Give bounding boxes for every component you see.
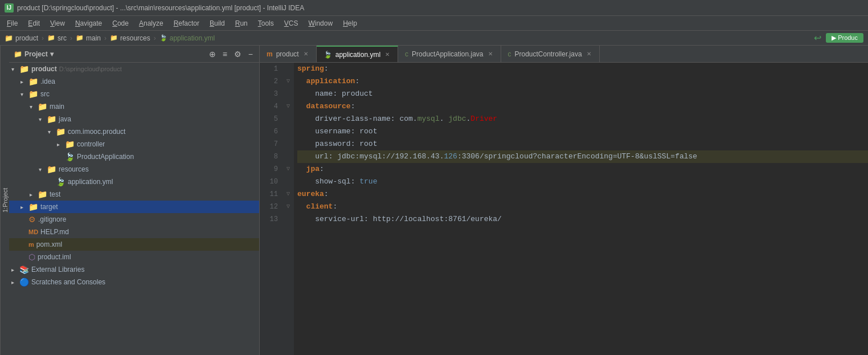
breadcrumb-resources[interactable]: resources — [120, 34, 150, 42]
fold-2[interactable]: ▽ — [282, 75, 294, 88]
line-num-1: 1 — [260, 63, 278, 75]
breadcrumb-src[interactable]: src — [58, 34, 67, 42]
arrow-java: ▾ — [39, 116, 47, 123]
panel-icons: ⊕ ≡ ⚙ − — [207, 49, 255, 59]
arrow-main: ▾ — [30, 104, 38, 110]
xml-icon: m — [28, 241, 34, 248]
arrow-controller: ▸ — [57, 141, 65, 148]
folder-icon-src: 📁 — [28, 89, 38, 99]
tree-item-controller[interactable]: ▸ 📁 controller — [9, 138, 259, 150]
breadcrumb-yml[interactable]: application.yml — [170, 34, 215, 42]
ext-libs-icon: 📚 — [19, 265, 29, 274]
tab-close-product-ctrl[interactable]: ✕ — [586, 50, 592, 58]
fold-6 — [282, 125, 294, 138]
line-num-3: 3 — [260, 88, 278, 100]
menu-build[interactable]: Build — [205, 18, 230, 28]
tree-label-src: src — [40, 90, 50, 98]
tab-yml[interactable]: 🍃 application.yml ✕ — [317, 46, 398, 62]
side-panel-label[interactable]: 1:Project — [0, 46, 9, 355]
menu-run[interactable]: Run — [231, 18, 252, 28]
tree-item-main[interactable]: ▾ 📁 main — [9, 100, 259, 113]
tree-item-productiml[interactable]: ⬡ product.iml — [9, 251, 259, 263]
folder-icon-package: 📁 — [56, 127, 65, 136]
tree-label-productiml: product.iml — [38, 253, 71, 261]
tree-item-idea[interactable]: ▸ 📁 .idea — [9, 75, 259, 88]
fold-11[interactable]: ▽ — [282, 188, 294, 201]
tree-item-product[interactable]: ▾ 📁 product D:\springcloud\product — [9, 63, 259, 75]
code-line-5: driver-class-name: com.mysql. jdbc.Drive… — [297, 113, 868, 125]
project-panel-header: 📁 Project ▾ ⊕ ≡ ⚙ − — [9, 46, 259, 63]
back-nav-icon[interactable]: ↩ — [814, 32, 821, 43]
menu-window[interactable]: Window — [304, 18, 337, 28]
fold-4[interactable]: ▽ — [282, 100, 294, 113]
collapse-icon[interactable]: ≡ — [221, 49, 229, 59]
tree-item-yml[interactable]: 🍃 application.yml — [9, 176, 259, 188]
code-line-3: name: product — [297, 88, 868, 100]
line-num-10: 10 — [260, 176, 278, 188]
breadcrumb-main[interactable]: main — [86, 34, 101, 42]
tree-item-src[interactable]: ▾ 📁 src — [9, 88, 259, 100]
project-label[interactable]: Project — [24, 50, 48, 58]
tab-close-product[interactable]: ✕ — [302, 50, 309, 58]
menu-tools[interactable]: Tools — [253, 18, 279, 28]
tab-label-yml: application.yml — [335, 51, 380, 59]
minimize-icon[interactable]: − — [247, 49, 255, 59]
breadcrumb-yml-icon: 🍃 — [159, 34, 167, 42]
project-title: 📁 Project ▾ — [14, 50, 203, 58]
code-area[interactable]: spring: application: name: product datas… — [294, 63, 868, 355]
tab-product-ctrl[interactable]: c ProductController.java ✕ — [501, 46, 600, 62]
tree-path-product: D:\springcloud\product — [59, 66, 122, 72]
tree-label-gitignore: .gitignore — [38, 215, 66, 223]
tree-item-pomxml[interactable]: m pom.xml — [9, 238, 259, 251]
run-button[interactable]: ▶ Produc — [826, 33, 863, 43]
breadcrumb-folder-icon: 📁 — [5, 34, 13, 42]
fold-12[interactable]: ▽ — [282, 201, 294, 213]
tree-label-idea: .idea — [40, 77, 55, 85]
tree-item-ext-libs[interactable]: ▸ 📚 External Libraries — [9, 263, 259, 276]
tree-item-target[interactable]: ▸ 📁 target — [9, 201, 259, 213]
tree-item-test[interactable]: ▸ 📁 test — [9, 188, 259, 201]
menu-help[interactable]: Help — [338, 18, 362, 28]
app-icon: IJ — [5, 3, 14, 13]
tab-product[interactable]: m product ✕ — [260, 46, 317, 62]
tab-close-product-app[interactable]: ✕ — [487, 50, 494, 58]
tree-item-package[interactable]: ▾ 📁 com.imooc.product — [9, 125, 259, 138]
tree-label-product: product — [31, 65, 57, 73]
fold-9[interactable]: ▽ — [282, 163, 294, 176]
menu-view[interactable]: View — [46, 18, 69, 28]
editor-content[interactable]: 1 2 3 4 5 6 7 8 9 10 11 12 13 ▽ ▽ — [260, 63, 868, 355]
tab-close-yml[interactable]: ✕ — [384, 51, 391, 58]
settings-icon[interactable]: ⚙ — [232, 49, 243, 59]
menu-edit[interactable]: Edit — [23, 18, 44, 28]
tree-item-gitignore[interactable]: ⚙ .gitignore — [9, 213, 259, 226]
tree-item-product-app[interactable]: 🍃 ProductApplication — [9, 150, 259, 163]
folder-icon-test: 📁 — [38, 190, 47, 199]
line-num-11: 11 — [260, 188, 278, 201]
add-scope-icon[interactable]: ⊕ — [207, 49, 218, 59]
arrow-ext-libs: ▸ — [11, 267, 19, 273]
folder-icon-main: 📁 — [38, 102, 47, 111]
java-app-icon: 🍃 — [65, 152, 75, 161]
tree-item-resources[interactable]: ▾ 📁 resources — [9, 163, 259, 176]
menu-refactor[interactable]: Refactor — [169, 18, 204, 28]
line-num-6: 6 — [260, 125, 278, 138]
breadcrumb-resources-icon: 📁 — [110, 34, 118, 42]
menu-navigate[interactable]: Navigate — [71, 18, 107, 28]
folder-icon-resources: 📁 — [47, 165, 56, 174]
code-line-4: datasource: — [297, 100, 868, 113]
menu-analyze[interactable]: Analyze — [134, 18, 168, 28]
code-line-2: application: — [297, 75, 868, 88]
tree-label-product-app: ProductApplication — [77, 153, 134, 161]
tree-item-java[interactable]: ▾ 📁 java — [9, 113, 259, 125]
tree-item-scratches[interactable]: ▸ 🔵 Scratches and Consoles — [9, 276, 259, 288]
line-num-8: 8 — [260, 150, 278, 163]
tab-product-app[interactable]: c ProductApplication.java ✕ — [398, 46, 501, 62]
tree-item-helpmd[interactable]: MD HELP.md — [9, 226, 259, 238]
menu-vcs[interactable]: VCS — [280, 18, 303, 28]
breadcrumb-product[interactable]: product — [15, 34, 38, 42]
menu-code[interactable]: Code — [108, 18, 133, 28]
folder-icon-target: 📁 — [28, 202, 38, 211]
menu-file[interactable]: File — [2, 18, 22, 28]
breadcrumb-sep2: › — [70, 34, 72, 42]
dropdown-arrow[interactable]: ▾ — [50, 50, 54, 58]
